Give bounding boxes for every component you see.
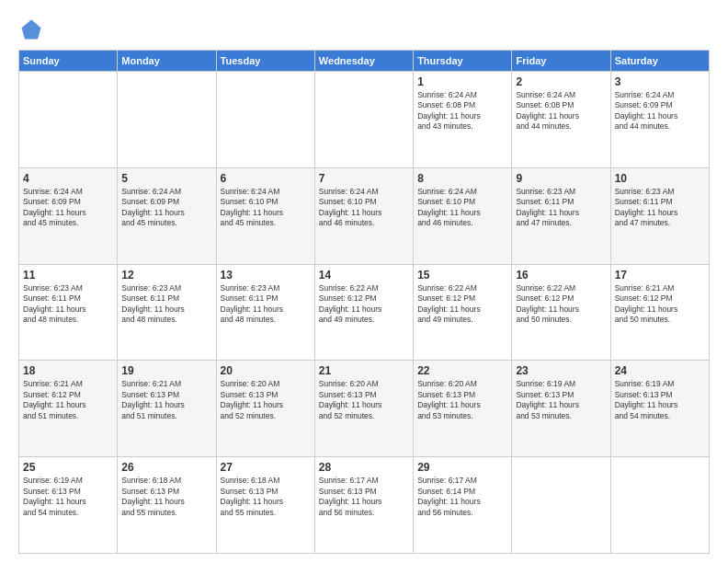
day-number: 17 xyxy=(615,269,705,282)
calendar-cell: 22Sunrise: 6:20 AM Sunset: 6:13 PM Dayli… xyxy=(414,361,512,457)
day-number: 9 xyxy=(516,172,606,185)
calendar-cell xyxy=(610,457,709,554)
day-info: Sunrise: 6:24 AM Sunset: 6:08 PM Dayligh… xyxy=(516,90,606,132)
calendar-cell: 9Sunrise: 6:23 AM Sunset: 6:11 PM Daylig… xyxy=(512,167,610,264)
day-number: 15 xyxy=(417,269,507,282)
header xyxy=(18,17,710,42)
day-number: 10 xyxy=(615,172,705,185)
day-info: Sunrise: 6:23 AM Sunset: 6:11 PM Dayligh… xyxy=(516,187,606,229)
day-number: 12 xyxy=(121,269,211,282)
calendar-cell: 3Sunrise: 6:24 AM Sunset: 6:09 PM Daylig… xyxy=(610,72,709,168)
calendar-cell: 4Sunrise: 6:24 AM Sunset: 6:09 PM Daylig… xyxy=(19,167,118,264)
calendar-cell: 21Sunrise: 6:20 AM Sunset: 6:13 PM Dayli… xyxy=(314,361,413,457)
day-number: 27 xyxy=(221,461,311,474)
logo-icon xyxy=(18,17,44,42)
day-info: Sunrise: 6:22 AM Sunset: 6:12 PM Dayligh… xyxy=(417,283,507,326)
day-number: 25 xyxy=(23,461,113,474)
calendar-cell xyxy=(314,72,413,168)
day-info: Sunrise: 6:22 AM Sunset: 6:12 PM Dayligh… xyxy=(516,283,606,326)
calendar-cell xyxy=(19,72,118,168)
calendar-cell: 2Sunrise: 6:24 AM Sunset: 6:08 PM Daylig… xyxy=(512,72,610,168)
day-number: 22 xyxy=(417,364,507,377)
day-info: Sunrise: 6:21 AM Sunset: 6:12 PM Dayligh… xyxy=(615,283,705,326)
day-number: 26 xyxy=(121,461,211,474)
day-info: Sunrise: 6:23 AM Sunset: 6:11 PM Dayligh… xyxy=(615,187,705,229)
day-number: 16 xyxy=(516,269,606,282)
calendar-cell: 14Sunrise: 6:22 AM Sunset: 6:12 PM Dayli… xyxy=(314,264,413,361)
logo xyxy=(18,17,48,42)
calendar-cell: 13Sunrise: 6:23 AM Sunset: 6:11 PM Dayli… xyxy=(216,264,314,361)
day-info: Sunrise: 6:22 AM Sunset: 6:12 PM Dayligh… xyxy=(319,283,409,326)
calendar-cell: 27Sunrise: 6:18 AM Sunset: 6:13 PM Dayli… xyxy=(216,457,314,554)
calendar-cell: 12Sunrise: 6:23 AM Sunset: 6:11 PM Dayli… xyxy=(118,264,216,361)
day-number: 4 xyxy=(23,172,113,185)
weekday-header-wednesday: Wednesday xyxy=(314,51,413,72)
calendar-cell xyxy=(512,457,610,554)
day-number: 11 xyxy=(23,269,113,282)
day-number: 23 xyxy=(516,364,606,377)
day-info: Sunrise: 6:24 AM Sunset: 6:10 PM Dayligh… xyxy=(319,187,409,229)
day-number: 3 xyxy=(615,75,705,88)
calendar-cell xyxy=(216,72,314,168)
day-info: Sunrise: 6:19 AM Sunset: 6:13 PM Dayligh… xyxy=(23,476,113,518)
day-number: 8 xyxy=(417,172,507,185)
day-info: Sunrise: 6:20 AM Sunset: 6:13 PM Dayligh… xyxy=(221,379,311,421)
weekday-header-friday: Friday xyxy=(512,51,610,72)
calendar-cell: 23Sunrise: 6:19 AM Sunset: 6:13 PM Dayli… xyxy=(512,361,610,457)
calendar-cell: 20Sunrise: 6:20 AM Sunset: 6:13 PM Dayli… xyxy=(216,361,314,457)
weekday-header-monday: Monday xyxy=(118,51,216,72)
day-info: Sunrise: 6:23 AM Sunset: 6:11 PM Dayligh… xyxy=(121,283,211,326)
day-info: Sunrise: 6:17 AM Sunset: 6:14 PM Dayligh… xyxy=(417,476,507,518)
calendar-table: SundayMondayTuesdayWednesdayThursdayFrid… xyxy=(18,50,710,554)
day-info: Sunrise: 6:24 AM Sunset: 6:10 PM Dayligh… xyxy=(417,187,507,229)
day-number: 29 xyxy=(417,461,507,474)
calendar-cell: 7Sunrise: 6:24 AM Sunset: 6:10 PM Daylig… xyxy=(314,167,413,264)
calendar-cell: 1Sunrise: 6:24 AM Sunset: 6:08 PM Daylig… xyxy=(414,72,512,168)
day-number: 7 xyxy=(319,172,409,185)
calendar-week-1: 1Sunrise: 6:24 AM Sunset: 6:08 PM Daylig… xyxy=(19,72,710,168)
day-info: Sunrise: 6:19 AM Sunset: 6:13 PM Dayligh… xyxy=(516,379,606,421)
calendar-week-4: 18Sunrise: 6:21 AM Sunset: 6:12 PM Dayli… xyxy=(19,361,710,457)
day-number: 6 xyxy=(221,172,311,185)
calendar-cell: 11Sunrise: 6:23 AM Sunset: 6:11 PM Dayli… xyxy=(19,264,118,361)
day-number: 24 xyxy=(615,364,705,377)
calendar-cell: 6Sunrise: 6:24 AM Sunset: 6:10 PM Daylig… xyxy=(216,167,314,264)
day-number: 19 xyxy=(121,364,211,377)
weekday-header-saturday: Saturday xyxy=(610,51,709,72)
calendar-week-5: 25Sunrise: 6:19 AM Sunset: 6:13 PM Dayli… xyxy=(19,457,710,554)
day-number: 28 xyxy=(319,461,409,474)
weekday-header-row: SundayMondayTuesdayWednesdayThursdayFrid… xyxy=(19,51,710,72)
page: SundayMondayTuesdayWednesdayThursdayFrid… xyxy=(0,0,728,563)
weekday-header-thursday: Thursday xyxy=(414,51,512,72)
day-info: Sunrise: 6:20 AM Sunset: 6:13 PM Dayligh… xyxy=(319,379,409,421)
calendar-cell: 29Sunrise: 6:17 AM Sunset: 6:14 PM Dayli… xyxy=(414,457,512,554)
day-number: 14 xyxy=(319,269,409,282)
calendar-cell: 24Sunrise: 6:19 AM Sunset: 6:13 PM Dayli… xyxy=(610,361,709,457)
day-info: Sunrise: 6:24 AM Sunset: 6:10 PM Dayligh… xyxy=(221,187,311,229)
calendar-cell: 16Sunrise: 6:22 AM Sunset: 6:12 PM Dayli… xyxy=(512,264,610,361)
calendar-cell: 25Sunrise: 6:19 AM Sunset: 6:13 PM Dayli… xyxy=(19,457,118,554)
day-number: 13 xyxy=(221,269,311,282)
day-info: Sunrise: 6:18 AM Sunset: 6:13 PM Dayligh… xyxy=(121,476,211,518)
calendar-cell: 10Sunrise: 6:23 AM Sunset: 6:11 PM Dayli… xyxy=(610,167,709,264)
day-number: 2 xyxy=(516,75,606,88)
calendar-week-3: 11Sunrise: 6:23 AM Sunset: 6:11 PM Dayli… xyxy=(19,264,710,361)
svg-marker-0 xyxy=(22,20,41,40)
day-number: 21 xyxy=(319,364,409,377)
day-number: 20 xyxy=(221,364,311,377)
calendar-week-2: 4Sunrise: 6:24 AM Sunset: 6:09 PM Daylig… xyxy=(19,167,710,264)
day-info: Sunrise: 6:21 AM Sunset: 6:13 PM Dayligh… xyxy=(121,379,211,421)
day-info: Sunrise: 6:21 AM Sunset: 6:12 PM Dayligh… xyxy=(23,379,113,421)
day-info: Sunrise: 6:18 AM Sunset: 6:13 PM Dayligh… xyxy=(221,476,311,518)
day-info: Sunrise: 6:20 AM Sunset: 6:13 PM Dayligh… xyxy=(417,379,507,421)
calendar-cell: 5Sunrise: 6:24 AM Sunset: 6:09 PM Daylig… xyxy=(118,167,216,264)
calendar-cell: 17Sunrise: 6:21 AM Sunset: 6:12 PM Dayli… xyxy=(610,264,709,361)
day-info: Sunrise: 6:24 AM Sunset: 6:09 PM Dayligh… xyxy=(615,90,705,132)
day-info: Sunrise: 6:23 AM Sunset: 6:11 PM Dayligh… xyxy=(221,283,311,326)
calendar-cell: 19Sunrise: 6:21 AM Sunset: 6:13 PM Dayli… xyxy=(118,361,216,457)
day-number: 5 xyxy=(121,172,211,185)
day-info: Sunrise: 6:19 AM Sunset: 6:13 PM Dayligh… xyxy=(615,379,705,421)
day-info: Sunrise: 6:24 AM Sunset: 6:08 PM Dayligh… xyxy=(417,90,507,132)
day-number: 18 xyxy=(23,364,113,377)
day-number: 1 xyxy=(417,75,507,88)
